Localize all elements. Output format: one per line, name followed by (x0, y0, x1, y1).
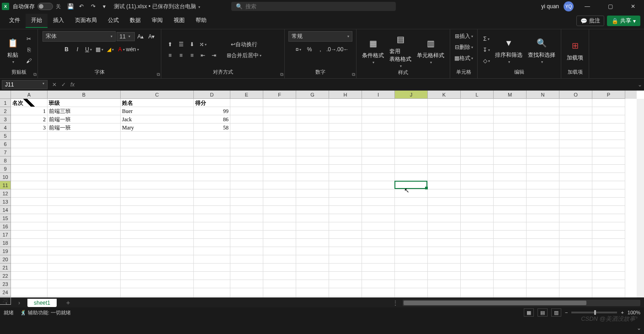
cell[interactable]: 3 (11, 124, 48, 132)
cell[interactable] (48, 239, 121, 247)
cell[interactable] (461, 173, 494, 181)
cell[interactable] (263, 99, 296, 107)
zoom-out-icon[interactable]: − (565, 310, 568, 315)
cell[interactable] (263, 255, 296, 264)
cell[interactable] (362, 156, 395, 165)
align-left-icon[interactable]: ≡ (165, 50, 175, 60)
row-header[interactable]: 10 (0, 173, 11, 181)
cell[interactable]: 名次 (11, 99, 48, 107)
cell[interactable] (428, 99, 461, 107)
tab-页面布局[interactable]: 页面布局 (69, 14, 102, 28)
cell[interactable] (194, 198, 230, 206)
cell[interactable] (194, 206, 230, 214)
cell[interactable] (527, 255, 559, 264)
cell[interactable] (559, 148, 592, 156)
cell[interactable] (296, 198, 329, 206)
cell[interactable] (48, 206, 121, 214)
cell[interactable] (527, 165, 559, 173)
row-header[interactable]: 19 (0, 247, 11, 255)
cell[interactable] (11, 198, 48, 206)
sheet-nav-next-icon[interactable]: › (13, 300, 26, 306)
cell[interactable] (296, 288, 329, 296)
cell[interactable] (461, 255, 494, 264)
cell[interactable] (11, 181, 48, 189)
cell[interactable] (230, 132, 263, 140)
cell[interactable] (527, 214, 559, 222)
cell[interactable] (395, 239, 428, 247)
cell[interactable] (362, 165, 395, 173)
column-header[interactable]: B (48, 91, 121, 99)
fill-color-icon[interactable]: ◢▾ (106, 44, 116, 54)
cell[interactable] (527, 206, 559, 214)
row-header[interactable]: 17 (0, 231, 11, 239)
cell[interactable] (395, 247, 428, 255)
cell[interactable] (230, 222, 263, 231)
format-cells-button[interactable]: ▦ 格式 ▾ (454, 53, 474, 63)
cell[interactable] (592, 140, 625, 148)
cell[interactable] (395, 280, 428, 288)
cell[interactable] (230, 115, 263, 124)
cell[interactable] (230, 280, 263, 288)
clipboard-launcher-icon[interactable]: ⧉ (33, 72, 37, 77)
cell[interactable] (527, 231, 559, 239)
tab-公式[interactable]: 公式 (102, 14, 124, 28)
cell[interactable] (559, 189, 592, 198)
cell[interactable] (121, 132, 194, 140)
cell[interactable] (494, 165, 527, 173)
cell[interactable] (194, 247, 230, 255)
increase-decimal-icon[interactable]: .0→ (326, 44, 336, 54)
cell[interactable] (461, 214, 494, 222)
cell[interactable] (395, 156, 428, 165)
cell[interactable] (559, 107, 592, 115)
cell[interactable] (559, 231, 592, 239)
cell[interactable] (296, 214, 329, 222)
orientation-icon[interactable]: ⤭▾ (198, 39, 208, 49)
cell[interactable]: Buer (121, 107, 194, 115)
cell[interactable] (527, 140, 559, 148)
wrap-text-button[interactable]: ↩ 自动换行 (224, 39, 264, 49)
cell[interactable] (296, 181, 329, 189)
cell[interactable] (559, 272, 592, 280)
cell[interactable] (329, 255, 362, 264)
cell[interactable] (461, 115, 494, 124)
decrease-font-icon[interactable]: A▾ (147, 32, 157, 42)
cell[interactable] (395, 107, 428, 115)
cell[interactable] (263, 124, 296, 132)
cell[interactable] (559, 255, 592, 264)
cancel-formula-icon[interactable]: ✕ (50, 81, 59, 88)
cell[interactable] (592, 214, 625, 222)
cell[interactable] (121, 255, 194, 264)
cell[interactable] (263, 222, 296, 231)
cell[interactable] (592, 231, 625, 239)
autosave-toggle[interactable]: 自动保存 关 (13, 3, 61, 11)
cell[interactable] (11, 214, 48, 222)
cell[interactable] (461, 99, 494, 107)
cell[interactable] (48, 272, 121, 280)
cell[interactable] (494, 115, 527, 124)
cell[interactable] (527, 296, 559, 297)
cell[interactable] (230, 231, 263, 239)
close-button[interactable]: ✕ (624, 0, 642, 13)
column-header[interactable]: H (329, 91, 362, 99)
cell[interactable] (527, 124, 559, 132)
number-format-combo[interactable]: 常规▾ (288, 31, 352, 42)
cell[interactable]: 86 (194, 115, 230, 124)
italic-button[interactable]: I (73, 44, 83, 54)
cell[interactable] (329, 198, 362, 206)
cell[interactable] (362, 115, 395, 124)
number-launcher-icon[interactable]: ⧉ (352, 72, 355, 77)
cell[interactable] (461, 222, 494, 231)
cell[interactable] (263, 165, 296, 173)
row-header[interactable]: 15 (0, 214, 11, 222)
cell[interactable] (48, 214, 121, 222)
tab-开始[interactable]: 开始 (26, 14, 48, 28)
cell[interactable] (263, 132, 296, 140)
cell[interactable] (263, 206, 296, 214)
cell[interactable] (461, 189, 494, 198)
cell[interactable] (230, 156, 263, 165)
cell[interactable]: Mary (121, 124, 194, 132)
cell[interactable] (230, 206, 263, 214)
addins-button[interactable]: ⊞加载项 (565, 38, 585, 63)
cell[interactable] (121, 140, 194, 148)
cell[interactable] (11, 255, 48, 264)
